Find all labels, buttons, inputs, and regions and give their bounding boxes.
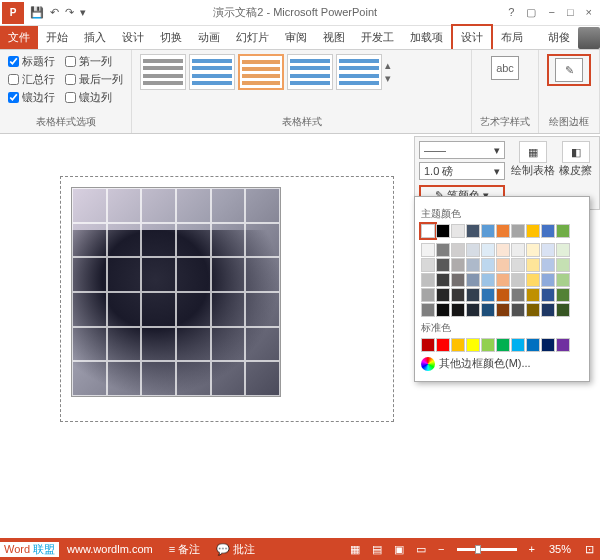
notes-button[interactable]: ≡ 备注 bbox=[161, 542, 208, 557]
shade-swatch[interactable] bbox=[466, 303, 480, 317]
theme-swatch[interactable] bbox=[436, 224, 450, 238]
tab-review[interactable]: 审阅 bbox=[277, 26, 315, 49]
shade-swatch[interactable] bbox=[481, 288, 495, 302]
shade-swatch[interactable] bbox=[496, 288, 510, 302]
shade-swatch[interactable] bbox=[436, 288, 450, 302]
tab-insert[interactable]: 插入 bbox=[76, 26, 114, 49]
tab-transitions[interactable]: 切换 bbox=[152, 26, 190, 49]
shade-swatch[interactable] bbox=[511, 258, 525, 272]
slideshow-view-icon[interactable]: ▭ bbox=[410, 543, 432, 556]
shade-swatch[interactable] bbox=[511, 303, 525, 317]
shade-swatch[interactable] bbox=[541, 258, 555, 272]
tab-addins[interactable]: 加载项 bbox=[402, 26, 451, 49]
shade-swatch[interactable] bbox=[526, 243, 540, 257]
save-icon[interactable]: 💾 bbox=[30, 6, 44, 19]
shade-swatch[interactable] bbox=[511, 288, 525, 302]
slide-canvas[interactable] bbox=[60, 176, 394, 422]
close-icon[interactable]: × bbox=[582, 6, 596, 19]
reading-view-icon[interactable]: ▣ bbox=[388, 543, 410, 556]
shade-swatch[interactable] bbox=[556, 273, 570, 287]
styles-more-icon[interactable]: ▴▾ bbox=[385, 59, 399, 85]
tab-home[interactable]: 开始 bbox=[38, 26, 76, 49]
standard-swatch[interactable] bbox=[541, 338, 555, 352]
avatar[interactable] bbox=[578, 27, 600, 49]
zoom-out-icon[interactable]: − bbox=[432, 543, 450, 555]
tab-slideshow[interactable]: 幻灯片 bbox=[228, 26, 277, 49]
shade-swatch[interactable] bbox=[496, 273, 510, 287]
shade-swatch[interactable] bbox=[541, 273, 555, 287]
standard-swatch[interactable] bbox=[556, 338, 570, 352]
tab-design-main[interactable]: 设计 bbox=[114, 26, 152, 49]
shade-swatch[interactable] bbox=[496, 258, 510, 272]
standard-swatch[interactable] bbox=[526, 338, 540, 352]
draw-border-button[interactable]: ✎ bbox=[547, 54, 591, 86]
shade-swatch[interactable] bbox=[481, 243, 495, 257]
zoom-level[interactable]: 35% bbox=[541, 543, 579, 555]
check-0[interactable]: 标题行 bbox=[8, 54, 55, 69]
pen-style-dropdown[interactable]: ——▾ bbox=[419, 141, 505, 159]
maximize-icon[interactable]: □ bbox=[563, 6, 578, 19]
pen-weight-dropdown[interactable]: 1.0 磅▾ bbox=[419, 162, 505, 180]
shade-swatch[interactable] bbox=[526, 273, 540, 287]
shade-swatch[interactable] bbox=[541, 288, 555, 302]
shade-swatch[interactable] bbox=[481, 273, 495, 287]
shade-swatch[interactable] bbox=[421, 303, 435, 317]
shade-swatch[interactable] bbox=[541, 243, 555, 257]
username[interactable]: 胡俊 bbox=[540, 26, 578, 49]
theme-swatch[interactable] bbox=[466, 224, 480, 238]
shade-swatch[interactable] bbox=[496, 303, 510, 317]
shade-swatch[interactable] bbox=[466, 288, 480, 302]
zoom-in-icon[interactable]: + bbox=[523, 543, 541, 555]
tab-developer[interactable]: 开发工 bbox=[353, 26, 402, 49]
shade-swatch[interactable] bbox=[436, 243, 450, 257]
shade-swatch[interactable] bbox=[466, 243, 480, 257]
shade-swatch[interactable] bbox=[421, 288, 435, 302]
theme-swatch[interactable] bbox=[511, 224, 525, 238]
sorter-view-icon[interactable]: ▤ bbox=[366, 543, 388, 556]
check-2[interactable]: 镶边行 bbox=[8, 90, 55, 105]
theme-swatch[interactable] bbox=[541, 224, 555, 238]
normal-view-icon[interactable]: ▦ bbox=[344, 543, 366, 556]
shade-swatch[interactable] bbox=[481, 303, 495, 317]
shade-swatch[interactable] bbox=[556, 288, 570, 302]
theme-swatch[interactable] bbox=[556, 224, 570, 238]
table-with-image[interactable] bbox=[71, 187, 281, 397]
fit-icon[interactable]: ⊡ bbox=[579, 543, 600, 556]
shade-swatch[interactable] bbox=[421, 273, 435, 287]
tab-animations[interactable]: 动画 bbox=[190, 26, 228, 49]
shade-swatch[interactable] bbox=[436, 258, 450, 272]
check-5[interactable]: 镶边列 bbox=[65, 90, 123, 105]
redo-icon[interactable]: ↷ bbox=[65, 6, 74, 19]
theme-swatch[interactable] bbox=[421, 224, 435, 238]
zoom-slider[interactable] bbox=[457, 548, 517, 551]
table-styles-gallery[interactable]: ▴▾ bbox=[140, 54, 463, 90]
shade-swatch[interactable] bbox=[436, 273, 450, 287]
wordart-button[interactable]: abc bbox=[480, 54, 530, 82]
shade-swatch[interactable] bbox=[451, 273, 465, 287]
tab-layout[interactable]: 布局 bbox=[493, 26, 531, 49]
check-1[interactable]: 汇总行 bbox=[8, 72, 55, 87]
check-4[interactable]: 最后一列 bbox=[65, 72, 123, 87]
theme-swatch[interactable] bbox=[526, 224, 540, 238]
theme-swatch[interactable] bbox=[496, 224, 510, 238]
shade-swatch[interactable] bbox=[511, 243, 525, 257]
standard-swatch[interactable] bbox=[436, 338, 450, 352]
shade-swatch[interactable] bbox=[556, 258, 570, 272]
standard-swatch[interactable] bbox=[421, 338, 435, 352]
shade-swatch[interactable] bbox=[526, 303, 540, 317]
shade-swatch[interactable] bbox=[481, 258, 495, 272]
comments-button[interactable]: 💬 批注 bbox=[208, 542, 263, 557]
theme-swatch[interactable] bbox=[451, 224, 465, 238]
shade-swatch[interactable] bbox=[496, 243, 510, 257]
shade-swatch[interactable] bbox=[451, 303, 465, 317]
shade-swatch[interactable] bbox=[466, 273, 480, 287]
tab-view[interactable]: 视图 bbox=[315, 26, 353, 49]
shade-swatch[interactable] bbox=[556, 243, 570, 257]
shade-swatch[interactable] bbox=[541, 303, 555, 317]
help-icon[interactable]: ? bbox=[504, 6, 518, 19]
shade-swatch[interactable] bbox=[421, 243, 435, 257]
standard-swatch[interactable] bbox=[496, 338, 510, 352]
shade-swatch[interactable] bbox=[466, 258, 480, 272]
shade-swatch[interactable] bbox=[451, 288, 465, 302]
shade-swatch[interactable] bbox=[451, 258, 465, 272]
